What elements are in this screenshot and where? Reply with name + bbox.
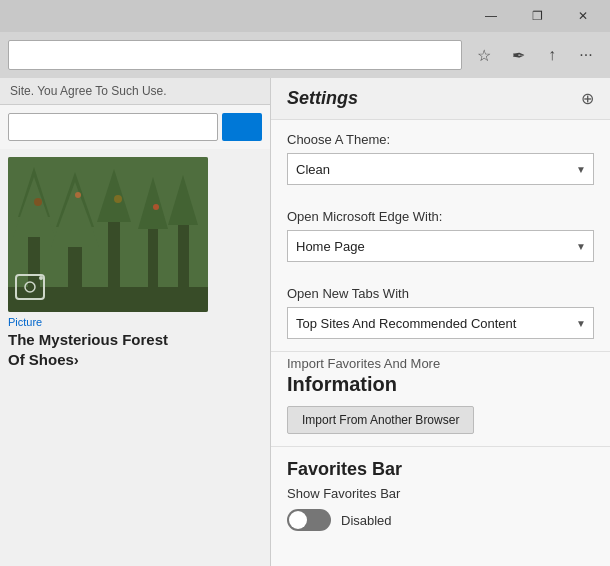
- favorites-section: Favorites Bar Show Favorites Bar Disable…: [271, 446, 610, 543]
- import-section: Import Favorites And More Information Im…: [271, 351, 610, 446]
- svg-point-15: [114, 195, 122, 203]
- browser-content: Site. You Agree To Such Use.: [0, 78, 270, 566]
- toggle-knob: [289, 511, 307, 529]
- open-with-select-wrapper: Home Page New Tab Page A specific page o…: [287, 230, 594, 262]
- svg-point-20: [39, 276, 43, 280]
- address-input[interactable]: [8, 40, 462, 70]
- svg-point-14: [75, 192, 81, 198]
- new-tabs-section: Open New Tabs With Top Sites And Recomme…: [271, 274, 610, 351]
- theme-select[interactable]: Clean Light Dark: [287, 153, 594, 185]
- favorites-icon[interactable]: ☆: [468, 39, 500, 71]
- favorites-bar-title: Favorites Bar: [287, 459, 594, 480]
- article-label[interactable]: Picture: [8, 316, 262, 328]
- import-section-heading: Information: [287, 373, 594, 396]
- toolbar-icons: ☆ ✒ ↑ ···: [468, 39, 602, 71]
- article-image: [8, 157, 208, 312]
- article-title-line2: Of Shoes›: [8, 350, 262, 370]
- new-tabs-select[interactable]: Top Sites And Recommended Content Top si…: [287, 307, 594, 339]
- maximize-button[interactable]: ❐: [514, 0, 560, 32]
- settings-title: Settings: [287, 88, 358, 109]
- new-tabs-select-wrapper: Top Sites And Recommended Content Top si…: [287, 307, 594, 339]
- pen-icon[interactable]: ✒: [502, 39, 534, 71]
- settings-panel: Settings ⊕ Choose A Theme: Clean Light D…: [270, 78, 610, 566]
- toggle-row: Disabled: [287, 509, 594, 531]
- pin-icon[interactable]: ⊕: [581, 89, 594, 108]
- article-card: Picture The Mysterious Forest Of Shoes›: [0, 149, 270, 377]
- favorites-bar-toggle[interactable]: [287, 509, 331, 531]
- search-button[interactable]: [222, 113, 262, 141]
- search-bar-area: [0, 105, 270, 149]
- minimize-button[interactable]: —: [468, 0, 514, 32]
- open-with-select[interactable]: Home Page New Tab Page A specific page o…: [287, 230, 594, 262]
- theme-label: Choose A Theme:: [287, 132, 594, 147]
- svg-point-13: [34, 198, 42, 206]
- main-area: Site. You Agree To Such Use.: [0, 78, 610, 566]
- disclaimer-text: Site. You Agree To Such Use.: [10, 84, 167, 98]
- settings-header: Settings ⊕: [271, 78, 610, 120]
- share-icon[interactable]: ↑: [536, 39, 568, 71]
- more-icon[interactable]: ···: [570, 39, 602, 71]
- theme-select-wrapper: Clean Light Dark ▼: [287, 153, 594, 185]
- close-button[interactable]: ✕: [560, 0, 606, 32]
- article-title: The Mysterious Forest Of Shoes›: [8, 330, 262, 369]
- open-with-label: Open Microsoft Edge With:: [287, 209, 594, 224]
- toggle-state-label: Disabled: [341, 513, 392, 528]
- forest-illustration: [8, 157, 208, 312]
- import-section-title: Import Favorites And More: [287, 356, 594, 371]
- svg-point-16: [153, 204, 159, 210]
- address-bar-area: ☆ ✒ ↑ ···: [0, 32, 610, 78]
- article-title-line1: The Mysterious Forest: [8, 330, 262, 350]
- new-tabs-label: Open New Tabs With: [287, 286, 594, 301]
- title-bar: — ❐ ✕: [0, 0, 610, 32]
- open-with-section: Open Microsoft Edge With: Home Page New …: [271, 197, 610, 274]
- show-favorites-label: Show Favorites Bar: [287, 486, 594, 501]
- theme-section: Choose A Theme: Clean Light Dark ▼: [271, 120, 610, 197]
- import-button[interactable]: Import From Another Browser: [287, 406, 474, 434]
- article-more[interactable]: ›: [74, 351, 79, 368]
- disclaimer-bar: Site. You Agree To Such Use.: [0, 78, 270, 105]
- search-input[interactable]: [8, 113, 218, 141]
